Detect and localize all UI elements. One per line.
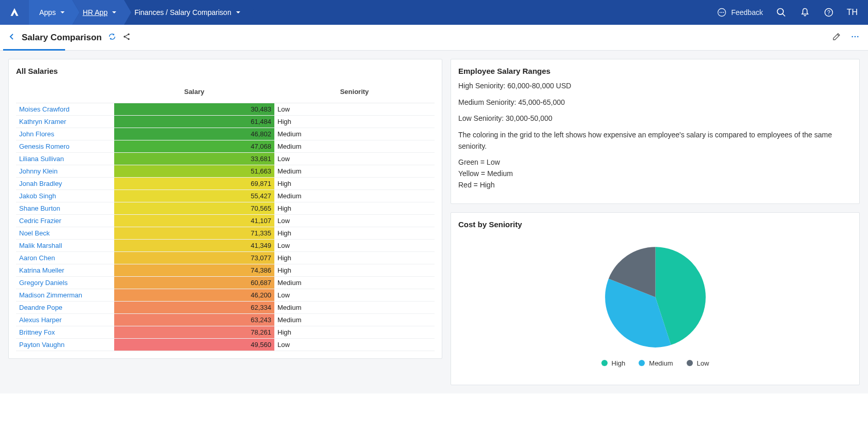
legend-item-high[interactable]: High [601, 359, 626, 367]
breadcrumb-label: Finances / Salary Comparison [134, 8, 231, 17]
employee-name-link[interactable]: Liliana Sullivan [16, 153, 114, 165]
seniority-value: Medium [274, 190, 435, 202]
salary-value: 69,871 [114, 178, 274, 190]
feedback-label: Feedback [731, 8, 763, 17]
help-button[interactable]: ? [823, 7, 834, 18]
employee-name-link[interactable]: Shane Burton [16, 202, 114, 215]
refresh-button[interactable] [108, 33, 116, 42]
edit-button[interactable] [832, 32, 841, 43]
svg-line-11 [125, 35, 128, 36]
employee-name-link[interactable]: Gregory Daniels [16, 277, 114, 289]
seniority-value: Medium [274, 302, 435, 314]
employee-name-link[interactable]: Madison Zimmerman [16, 289, 114, 302]
employee-name-link[interactable]: Deandre Pope [16, 302, 114, 314]
seniority-value: High [274, 264, 435, 277]
seniority-value: Medium [274, 314, 435, 326]
share-button[interactable] [122, 33, 131, 42]
back-button[interactable] [8, 33, 16, 42]
active-tab-indicator [3, 49, 65, 51]
employee-name-link[interactable]: Aaron Chen [16, 252, 114, 264]
apps-label: Apps [39, 8, 56, 17]
seniority-value: Medium [274, 128, 435, 140]
svg-point-2 [721, 12, 722, 13]
more-button[interactable] [850, 32, 860, 43]
employee-name-link[interactable]: Johnny Klein [16, 165, 114, 178]
svg-line-12 [125, 37, 128, 39]
salary-value: 46,200 [114, 289, 274, 302]
col-header-seniority[interactable]: Seniority [274, 81, 435, 103]
employee-name-link[interactable]: Jonah Bradley [16, 178, 114, 190]
app-selector[interactable]: HR App [72, 0, 131, 25]
logo-icon [9, 7, 20, 18]
salary-value: 61,484 [114, 116, 274, 128]
salary-value: 41,349 [114, 240, 274, 252]
table-row: Aaron Chen73,077High [16, 252, 435, 264]
salary-ranges-card: Employee Salary Ranges High Seniority: 6… [451, 59, 860, 204]
notifications-button[interactable] [799, 7, 811, 18]
employee-name-link[interactable]: Brittney Fox [16, 326, 114, 339]
legend-item-low[interactable]: Low [687, 359, 709, 367]
search-icon [776, 7, 786, 18]
col-header-name [16, 81, 114, 103]
employee-name-link[interactable]: Genesis Romero [16, 140, 114, 153]
employee-name-link[interactable]: Kathryn Kramer [16, 116, 114, 128]
employee-name-link[interactable]: Alexus Harper [16, 314, 114, 326]
cost-by-seniority-title: Cost by Seniority [458, 220, 852, 229]
search-button[interactable] [776, 7, 787, 18]
legend-red: Red = High [458, 180, 852, 191]
employee-name-link[interactable]: Payton Vaughn [16, 339, 114, 351]
col-header-salary[interactable]: Salary [114, 81, 274, 103]
employee-name-link[interactable]: Malik Marshall [16, 240, 114, 252]
cost-by-seniority-card: Cost by Seniority High Medium Low [451, 212, 860, 385]
breadcrumb[interactable]: Finances / Salary Comparison [124, 0, 255, 25]
table-row: Moises Crawford30,483Low [16, 103, 435, 116]
employee-name-link[interactable]: John Flores [16, 128, 114, 140]
table-row: Payton Vaughn49,560Low [16, 339, 435, 351]
table-row: Liliana Sullivan33,681Low [16, 153, 435, 165]
apps-menu[interactable]: Apps [29, 0, 80, 25]
chevron-down-icon [112, 10, 117, 15]
table-row: Noel Beck71,335High [16, 227, 435, 240]
table-row: Brittney Fox78,261High [16, 326, 435, 339]
user-avatar[interactable]: TH [847, 8, 858, 17]
range-explain: The coloring in the grid to the left sho… [458, 130, 852, 152]
seniority-value: Low [274, 103, 435, 116]
seniority-value: Low [274, 289, 435, 302]
employee-name-link[interactable]: Noel Beck [16, 227, 114, 240]
table-row: Deandre Pope62,334Medium [16, 302, 435, 314]
all-salaries-card: All Salaries Salary Seniority Moises Cra… [8, 59, 442, 359]
employee-name-link[interactable]: Moises Crawford [16, 103, 114, 116]
pencil-icon [832, 32, 841, 41]
svg-text:?: ? [827, 9, 830, 15]
refresh-icon [108, 33, 116, 41]
legend-item-medium[interactable]: Medium [639, 359, 673, 367]
page-header: Salary Comparison [0, 25, 868, 51]
legend-green: Green = Low [458, 157, 852, 168]
app-logo[interactable] [0, 0, 29, 25]
seniority-value: Medium [274, 140, 435, 153]
svg-point-1 [720, 12, 721, 13]
chevron-down-icon [60, 10, 65, 15]
legend-yellow: Yellow = Medium [458, 168, 852, 180]
svg-point-14 [855, 36, 856, 38]
top-nav: Apps HR App Finances / Salary Comparison… [0, 0, 868, 25]
employee-name-link[interactable]: Katrina Mueller [16, 264, 114, 277]
feedback-button[interactable]: Feedback [717, 7, 763, 18]
seniority-value: High [274, 227, 435, 240]
table-row: Malik Marshall41,349Low [16, 240, 435, 252]
range-medium: Medium Seniority: 45,000-65,000 [458, 97, 852, 108]
employee-name-link[interactable]: Cedric Frazier [16, 215, 114, 227]
salary-ranges-title: Employee Salary Ranges [458, 67, 852, 75]
table-row: Shane Burton70,565High [16, 202, 435, 215]
svg-line-5 [782, 14, 785, 17]
employee-name-link[interactable]: Jakob Singh [16, 190, 114, 202]
chevron-down-icon [236, 10, 241, 15]
content-area: All Salaries Salary Seniority Moises Cra… [0, 51, 868, 393]
svg-point-3 [723, 12, 724, 13]
salary-value: 70,565 [114, 202, 274, 215]
seniority-value: Low [274, 339, 435, 351]
table-row: Johnny Klein51,663Medium [16, 165, 435, 178]
range-low: Low Seniority: 30,000-50,000 [458, 113, 852, 124]
svg-point-15 [857, 36, 859, 38]
salary-value: 33,681 [114, 153, 274, 165]
